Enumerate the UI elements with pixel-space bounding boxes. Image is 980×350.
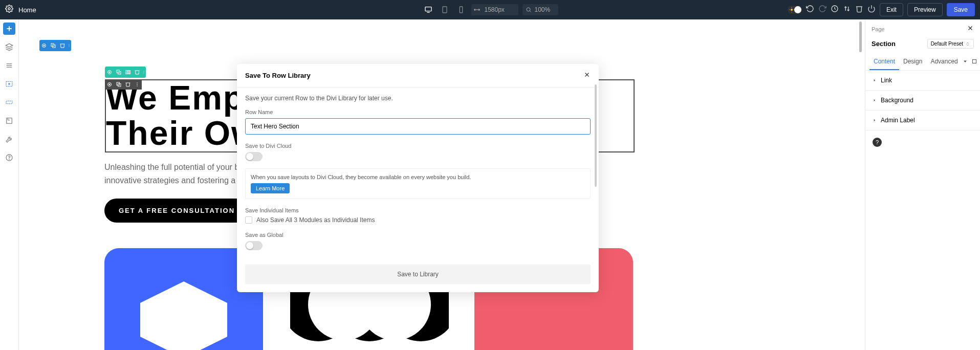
theme-toggle[interactable] (788, 6, 802, 14)
tab-expand-icon[interactable] (971, 57, 977, 67)
power-icon[interactable] (867, 5, 876, 15)
top-app-bar: Home Exit Preview Save (0, 0, 980, 19)
device-desktop-icon[interactable] (422, 4, 434, 16)
module-more-icon[interactable] (133, 79, 142, 90)
panel-close-icon[interactable] (967, 25, 974, 34)
svg-point-6 (527, 8, 530, 11)
help-icon[interactable] (3, 151, 15, 164)
row-more-icon[interactable] (142, 67, 146, 78)
modal-description: Save your current Row to the Divi Librar… (245, 95, 591, 102)
preset-arrows-icon (965, 41, 970, 47)
device-mobile-icon[interactable] (455, 4, 467, 16)
svg-point-43 (144, 72, 144, 73)
zoom-field[interactable] (522, 4, 558, 15)
accordion-link[interactable]: Link (865, 71, 980, 91)
svg-marker-19 (6, 43, 12, 47)
svg-rect-3 (443, 7, 447, 13)
save-global-toggle[interactable] (245, 241, 263, 250)
section-settings-icon[interactable] (39, 40, 49, 51)
svg-rect-60 (972, 60, 976, 63)
row-settings-icon[interactable] (105, 67, 114, 78)
exit-button[interactable]: Exit (880, 3, 903, 16)
module-duplicate-icon[interactable] (114, 79, 123, 90)
accordion-admin-label[interactable]: Admin Label (865, 111, 980, 130)
preset-dropdown[interactable]: Default Preset (927, 39, 974, 49)
preview-button[interactable]: Preview (907, 3, 943, 16)
layers-icon[interactable] (3, 41, 15, 53)
svg-point-30 (43, 45, 45, 47)
save-individual-checkbox[interactable] (245, 216, 252, 224)
section-toolbar (39, 40, 71, 51)
sort-icon[interactable] (843, 5, 851, 15)
save-individual-checkbox-label: Also Save All 3 Modules as Individual It… (256, 216, 375, 224)
modal-scrollbar[interactable] (595, 84, 597, 187)
list-icon[interactable] (3, 59, 15, 72)
module-settings-icon[interactable] (105, 79, 114, 90)
save-button[interactable]: Save (947, 3, 975, 16)
save-individual-label: Save Individual Items (245, 207, 591, 213)
panel-breadcrumb[interactable]: Page (872, 26, 885, 32)
modal-close-icon[interactable] (583, 70, 591, 81)
chevron-right-icon (873, 78, 877, 82)
svg-marker-62 (874, 99, 876, 102)
tab-advanced[interactable]: Advanced (926, 54, 962, 70)
chevron-right-icon (873, 98, 877, 102)
save-to-library-modal: Save To Row Library Save your current Ro… (237, 64, 599, 292)
svg-point-45 (109, 84, 111, 85)
svg-rect-41 (129, 71, 130, 74)
cta-button[interactable]: GET A FREE CONSULTATION (104, 199, 249, 223)
svg-marker-59 (964, 61, 967, 63)
row-delete-icon[interactable] (133, 67, 142, 78)
row-columns-icon[interactable] (123, 67, 133, 78)
chevron-right-icon (873, 118, 877, 122)
tab-dropdown-icon[interactable] (962, 57, 968, 67)
svg-point-44 (144, 73, 144, 74)
panel-help-badge[interactable]: ? (873, 138, 882, 147)
row-duplicate-icon[interactable] (114, 67, 123, 78)
panel-title: Section (872, 40, 896, 48)
row-name-input[interactable] (245, 118, 591, 135)
left-toolbar (0, 19, 19, 350)
save-to-library-button[interactable]: Save to Library (245, 265, 591, 284)
svg-rect-26 (6, 101, 12, 103)
history-icon[interactable] (831, 5, 839, 15)
section-add-icon[interactable] (3, 78, 15, 90)
row-toolbar (105, 67, 146, 78)
redo-icon[interactable] (818, 5, 826, 15)
row-add-icon[interactable] (3, 96, 15, 108)
svg-point-42 (144, 71, 144, 72)
add-icon[interactable] (3, 23, 15, 35)
tab-content[interactable]: Content (869, 54, 899, 70)
undo-icon[interactable] (806, 5, 814, 15)
tools-icon[interactable] (3, 133, 15, 145)
device-tablet-icon[interactable] (439, 4, 451, 16)
canvas-width-field[interactable] (471, 4, 518, 15)
module-toolbar (105, 79, 142, 90)
row-name-label: Row Name (245, 109, 591, 115)
cloud-info-box: When you save layouts to Divi Cloud, the… (245, 168, 591, 199)
canvas-width-input[interactable] (481, 4, 516, 15)
svg-point-33 (69, 45, 70, 45)
svg-line-7 (530, 11, 531, 12)
module-delete-icon[interactable] (123, 79, 133, 90)
section-more-icon[interactable] (67, 40, 71, 51)
svg-rect-39 (126, 71, 127, 74)
accordion-background[interactable]: Background (865, 91, 980, 111)
save-global-label: Save as Global (245, 232, 591, 238)
svg-rect-1 (425, 7, 431, 11)
section-delete-icon[interactable] (58, 40, 67, 51)
svg-rect-40 (127, 71, 129, 74)
tab-design[interactable]: Design (899, 54, 926, 70)
save-cloud-toggle[interactable] (245, 152, 263, 161)
save-layout-icon[interactable] (3, 115, 15, 127)
section-duplicate-icon[interactable] (49, 40, 58, 51)
settings-gear-icon[interactable] (5, 5, 13, 15)
svg-rect-4 (460, 7, 462, 13)
trash-icon[interactable] (855, 5, 863, 15)
learn-more-button[interactable]: Learn More (251, 183, 290, 193)
settings-panel: Page Section Default Preset Content Desi… (865, 19, 980, 350)
svg-point-50 (137, 85, 138, 86)
home-link[interactable]: Home (18, 6, 36, 14)
canvas-scrollbar[interactable] (859, 21, 862, 52)
svg-point-35 (69, 47, 70, 47)
